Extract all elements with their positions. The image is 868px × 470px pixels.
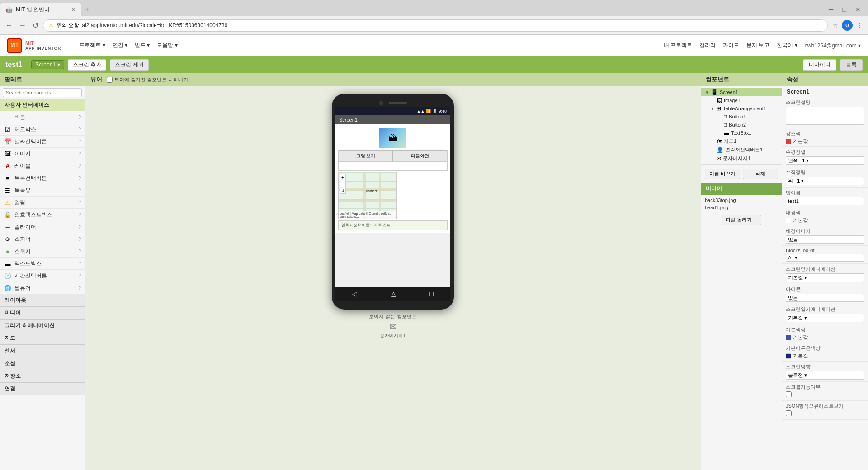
palette-item-listpicker[interactable]: ≡ 목록선택버튼 ? [0, 172, 85, 184]
comp-contactpicker1[interactable]: 👤 연락저선택버튼1 [701, 146, 782, 154]
palette-section-layout[interactable]: 레이아웃 [0, 294, 85, 307]
webviewer-help[interactable]: ? [78, 286, 81, 291]
palette-section-drawing[interactable]: 그리기 & 애니메이션 [0, 320, 85, 332]
timepicker-help[interactable]: ? [78, 273, 81, 278]
hidden-toggle-checkbox[interactable] [107, 77, 113, 83]
report-link[interactable]: 문제 보고 [746, 42, 769, 49]
map-zoom-out[interactable]: − [340, 181, 346, 187]
palette-item-switch[interactable]: ● 스위치 ? [0, 245, 85, 258]
comp-image1[interactable]: 🖼 Image1 [701, 96, 782, 104]
bookmark-button[interactable]: ☆ [832, 22, 838, 29]
checkbox-help[interactable]: ? [78, 127, 81, 132]
search-input[interactable] [3, 88, 82, 97]
palette-item-slider[interactable]: ─ 슬라이더 ? [0, 221, 85, 233]
prop-open-anim-dropdown[interactable]: 기본값 ▾ [786, 314, 864, 322]
spinner-help[interactable]: ? [78, 237, 81, 242]
active-tab[interactable]: 🤖 MIT 앱 인벤터 ✕ [0, 3, 81, 16]
gallery-link[interactable]: 갤러리 [699, 42, 716, 49]
switch-help[interactable]: ? [78, 249, 81, 254]
textbox1[interactable] [339, 161, 447, 170]
palette-item-button[interactable]: □ 버튼 ? [0, 111, 85, 123]
prop-close-anim-dropdown[interactable]: 기본값 ▾ [786, 273, 864, 282]
prop-screen-orientation-dropdown[interactable]: 불특정 ▾ [786, 371, 864, 380]
next-screen-button[interactable]: 다음화면 [393, 150, 447, 161]
palette-item-image[interactable]: 🖼 이미지 ? [0, 148, 85, 160]
palette-section-map[interactable]: 지도 [0, 332, 85, 345]
upload-button[interactable]: 파일 올리기 ... [722, 215, 761, 225]
add-screen-button[interactable]: 스크린 추가 [68, 59, 106, 70]
comp-map1[interactable]: 🗺 지도1 [701, 137, 782, 146]
window-maximize-button[interactable]: □ [839, 5, 850, 14]
back-nav-icon[interactable]: ◁ [352, 290, 357, 297]
palette-item-datepicker[interactable]: 📅 날짜선택버튼 ? [0, 136, 85, 148]
image-help[interactable]: ? [78, 151, 81, 156]
palette-item-spinner[interactable]: ⟳ 스피너 ? [0, 233, 85, 245]
palette-item-listview[interactable]: ☰ 목록뷰 ? [0, 184, 85, 197]
menu-button[interactable]: ⋮ [856, 22, 863, 29]
palette-item-webviewer[interactable]: 🌐 웹뷰어 ? [0, 282, 85, 294]
home-nav-icon[interactable]: △ [391, 290, 396, 297]
remove-screen-button[interactable]: 스크린 제거 [110, 59, 148, 70]
menu-build[interactable]: 빌드 ▾ [135, 42, 150, 49]
prop-appname-input[interactable] [786, 197, 864, 205]
delete-button[interactable]: 삭제 [743, 169, 778, 179]
menu-project[interactable]: 프로젝트 ▾ [79, 42, 105, 49]
slider-help[interactable]: ? [78, 225, 81, 230]
palette-item-checkbox[interactable]: ☑ 체크박스 ? [0, 123, 85, 136]
map-reset[interactable]: ↺ [340, 188, 346, 194]
prop-halign-dropdown[interactable]: 왼쪽 : 1 ▾ [786, 156, 864, 165]
prop-valign-dropdown[interactable]: 위 : 1 ▾ [786, 177, 864, 185]
palette-section-media[interactable]: 미디어 [0, 307, 85, 320]
listview-help[interactable]: ? [78, 188, 81, 193]
rename-button[interactable]: 이름 바꾸기 [705, 169, 740, 179]
reload-button[interactable]: ↺ [31, 20, 40, 31]
back-button[interactable]: ← [4, 20, 14, 30]
palette-item-passwordbox[interactable]: 🔒 암호텍스트박스 ? [0, 209, 85, 221]
user-avatar-button[interactable]: U [842, 20, 853, 31]
prop-json-style-checkbox[interactable] [786, 410, 792, 416]
prop-scrollable-checkbox[interactable] [786, 391, 792, 397]
prop-primary-color-value[interactable]: 기본값 [786, 334, 864, 341]
notifier-help[interactable]: ? [78, 200, 81, 205]
language-dropdown[interactable]: 한국어 ▾ [777, 42, 797, 49]
map-zoom-in[interactable]: + [340, 174, 346, 180]
prop-icon-input[interactable] [786, 294, 864, 302]
comp-button1[interactable]: □ Button1 [701, 113, 782, 121]
media-file-1[interactable]: back33top.jpg [705, 197, 778, 204]
comp-texting1[interactable]: ✉ 문자메시지1 [701, 154, 782, 163]
comp-screen1[interactable]: ▼ 📱 Screen1 [701, 88, 782, 96]
hidden-toggle[interactable]: 뷰어에 숨겨진 컴포넌트 나타내기 [107, 76, 188, 83]
blocks-button[interactable]: 블록 [840, 59, 863, 70]
view-image-button[interactable]: 그림 보기 [339, 150, 393, 161]
prop-bgcolor-value[interactable]: 기본값 [786, 217, 864, 224]
palette-section-social[interactable]: 소설 [0, 357, 85, 370]
label-help[interactable]: ? [78, 164, 81, 169]
screen-dropdown[interactable]: Screen1 ▾ [31, 60, 64, 69]
prop-bgimage-input[interactable] [786, 235, 864, 244]
textbox-help[interactable]: ? [78, 261, 81, 266]
menu-help[interactable]: 도움말 ▾ [157, 42, 177, 49]
tab-close-button[interactable]: ✕ [71, 7, 75, 13]
my-projects-link[interactable]: 내 프로젝트 [664, 42, 692, 49]
guide-link[interactable]: 가이드 [723, 42, 739, 49]
palette-item-textbox[interactable]: ▬ 텍스트박스 ? [0, 258, 85, 270]
datepicker-help[interactable]: ? [78, 139, 81, 144]
new-tab-button[interactable]: + [81, 4, 93, 15]
designer-button[interactable]: 디자이너 [803, 59, 836, 70]
comp-textbox1[interactable]: ▬ TextBox1 [701, 129, 782, 137]
palette-section-connection[interactable]: 연결 [0, 383, 85, 395]
listpicker-help[interactable]: ? [78, 176, 81, 181]
address-bar[interactable]: ⚠ 주의 요함 ai2.appinventor.mit.edu/?locale=… [43, 19, 828, 32]
comp-button2[interactable]: □ Button2 [701, 121, 782, 129]
comp-tablearrangement1[interactable]: ▼ ⊞ TableArrangement1 [701, 104, 782, 113]
palette-item-notifier[interactable]: ⚠ 알림 ? [0, 197, 85, 209]
palette-item-timepicker[interactable]: 🕐 시간선택버튼 ? [0, 270, 85, 282]
button-help[interactable]: ? [78, 115, 81, 120]
prop-accent-color-value[interactable]: 기본값 [786, 138, 864, 145]
passwordbox-help[interactable]: ? [78, 212, 81, 217]
window-close-button[interactable]: ✕ [852, 5, 864, 14]
recents-nav-icon[interactable]: □ [429, 290, 433, 297]
palette-section-sensor[interactable]: 센서 [0, 345, 85, 357]
window-minimize-button[interactable]: ─ [826, 5, 837, 14]
forward-button[interactable]: → [17, 20, 28, 30]
